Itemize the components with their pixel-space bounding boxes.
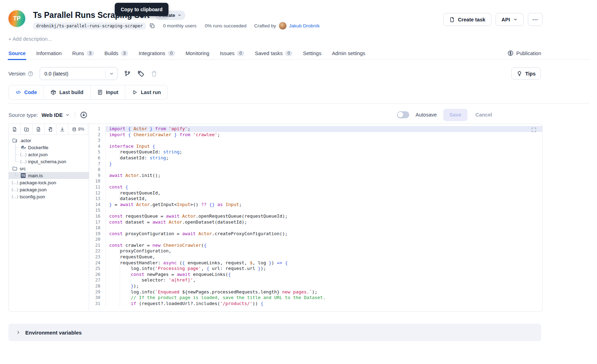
code-line: 31 if (request?.loadedUrl?.includes('/pr…	[89, 301, 542, 307]
actor-handle[interactable]: drobnikj/ts-parallel-runs-scraping-scrap…	[33, 22, 146, 29]
version-value: 0.0 (latest)	[40, 71, 105, 77]
add-description-button[interactable]: + Add description...	[8, 36, 52, 42]
code-line: 23 requestQueue,	[89, 254, 542, 260]
file-dockerfile[interactable]: Dockerfile	[9, 144, 89, 151]
tab-count-badge: 0	[168, 51, 175, 56]
file-package-lock-json[interactable]: {..}package-lock.json	[9, 179, 89, 186]
line-number: 12	[89, 190, 105, 196]
line-number: 5	[89, 149, 105, 155]
subtab-code[interactable]: Code	[9, 85, 44, 99]
file-main-ts[interactable]: TSmain.ts	[9, 172, 89, 179]
author-link[interactable]: Jakub Drobník	[289, 23, 320, 28]
tab-admin-settings[interactable]: Admin settings	[332, 47, 365, 60]
tab-count-badge: 3	[87, 51, 94, 56]
line-number: 23	[89, 254, 105, 260]
line-number: 18	[89, 225, 105, 231]
tips-button[interactable]: Tips	[511, 67, 541, 80]
download-circle-icon[interactable]	[80, 111, 87, 119]
tab-settings[interactable]: Settings	[303, 47, 321, 60]
code-icon	[15, 90, 21, 95]
subtab-last-run[interactable]: Last run	[125, 85, 167, 99]
file-plus-icon	[12, 127, 17, 132]
autosave-label: Autosave	[416, 112, 437, 118]
tab-saved-tasks[interactable]: Saved tasks0	[255, 47, 292, 60]
file-tsconfig-json[interactable]: {..}tsconfig.json	[9, 193, 89, 200]
tab-source[interactable]: Source	[8, 47, 26, 60]
subtab-input[interactable]: Input	[90, 85, 125, 99]
line-number: 14	[89, 202, 105, 208]
file-package-json[interactable]: {..}package.json	[9, 186, 89, 193]
subtab-last-build[interactable]: Last build	[44, 85, 90, 99]
file-up-icon	[36, 127, 41, 132]
tab-builds[interactable]: Builds3	[105, 47, 128, 60]
tab-publication[interactable]: Publication	[508, 47, 541, 60]
actor-stats: 0 monthly users0% runs succeeded	[163, 23, 246, 28]
more-actions-button[interactable]: ⋯	[528, 13, 543, 26]
line-number: 2	[89, 132, 105, 138]
version-select[interactable]: 0.0 (latest)	[40, 67, 118, 80]
source-type-label: Source type:	[8, 112, 38, 118]
git-branch-icon[interactable]	[124, 70, 131, 77]
chevron-right-icon	[16, 330, 21, 335]
file-up-button[interactable]	[33, 124, 45, 134]
actor-avatar: TP	[8, 10, 25, 27]
file-actor-json[interactable]: {..}actor.json	[9, 151, 89, 158]
line-number: 19	[89, 231, 105, 237]
environment-variables-label: Environment variables	[25, 330, 82, 336]
environment-variables-section[interactable]: Environment variables	[8, 324, 541, 341]
source-type-row: Source type: Web IDE Autosave Save Cance…	[8, 108, 541, 122]
copy-icon[interactable]	[149, 23, 155, 29]
help-icon[interactable]	[28, 71, 33, 77]
tab-runs[interactable]: Runs3	[72, 47, 94, 60]
folder-plus-button[interactable]	[21, 124, 33, 134]
file-icon	[449, 17, 455, 22]
vertical-divider	[75, 111, 75, 118]
code-line: 19const proxyConfiguration = await Actor…	[89, 231, 542, 237]
code-line: 26 const newPages = await enqueueLinks({	[89, 272, 542, 278]
code-line: 16const requestQueue = await Actor.openR…	[89, 213, 542, 219]
line-number: 1	[89, 126, 105, 132]
file-src[interactable]: src	[9, 165, 89, 172]
code-line: 25 log.info('Processing page', { url: re…	[89, 266, 542, 272]
code-editor[interactable]: 1import { Actor } from 'apify';2import {…	[89, 124, 542, 311]
cancel-button[interactable]: Cancel	[474, 112, 493, 118]
tab-bar: SourceInformationRuns3Builds3Integration…	[8, 47, 541, 60]
create-task-button[interactable]: Create task	[443, 13, 491, 26]
file-in-button[interactable]	[45, 124, 57, 134]
header-actions: Create task API ⋯	[443, 13, 543, 26]
autosave-toggle[interactable]	[397, 111, 409, 118]
stat: 0% runs succeeded	[205, 23, 247, 28]
line-number: 7	[89, 161, 105, 167]
save-button[interactable]: Save	[443, 109, 468, 121]
json-icon: {..}	[20, 160, 27, 164]
code-line: 30 // If the product page is loaded, sav…	[89, 295, 542, 301]
chevron-down-icon	[109, 71, 114, 76]
line-number: 11	[89, 184, 105, 190]
code-line: 4interface Input {	[89, 144, 542, 150]
tag-icon[interactable]	[137, 70, 144, 77]
code-line: 27 selector: 'a[href]',	[89, 277, 542, 283]
tab-information[interactable]: Information	[36, 47, 62, 60]
code-line: 17const dataset = await Actor.openDatase…	[89, 219, 542, 225]
code-line: 10	[89, 178, 542, 184]
file-plus-button[interactable]	[9, 124, 21, 134]
fullscreen-icon[interactable]	[531, 127, 537, 133]
docker-icon	[21, 145, 26, 150]
file--actor[interactable]: .actor	[9, 137, 89, 144]
tab-monitoring[interactable]: Monitoring	[186, 47, 210, 60]
code-line: 20	[89, 237, 542, 243]
download-button[interactable]	[57, 124, 68, 134]
file-tree-panel: 8% .actorDockerfile{..}actor.json{..}inp…	[9, 124, 89, 311]
storage-indicator: 8%	[68, 124, 88, 134]
line-number: 13	[89, 196, 105, 202]
line-number: 20	[89, 237, 105, 243]
trash-icon[interactable]	[151, 70, 158, 77]
tab-issues[interactable]: Issues0	[220, 47, 244, 60]
tab-integrations[interactable]: Integrations0	[139, 47, 175, 60]
chevron-down-icon	[513, 17, 518, 22]
line-number: 30	[89, 295, 105, 301]
source-type-dropdown[interactable]: Web IDE	[41, 112, 70, 118]
api-button[interactable]: API	[496, 13, 524, 26]
file-input-schema-json[interactable]: {..}input_schema.json	[9, 158, 89, 165]
editor-container: 8% .actorDockerfile{..}actor.json{..}inp…	[8, 124, 543, 312]
